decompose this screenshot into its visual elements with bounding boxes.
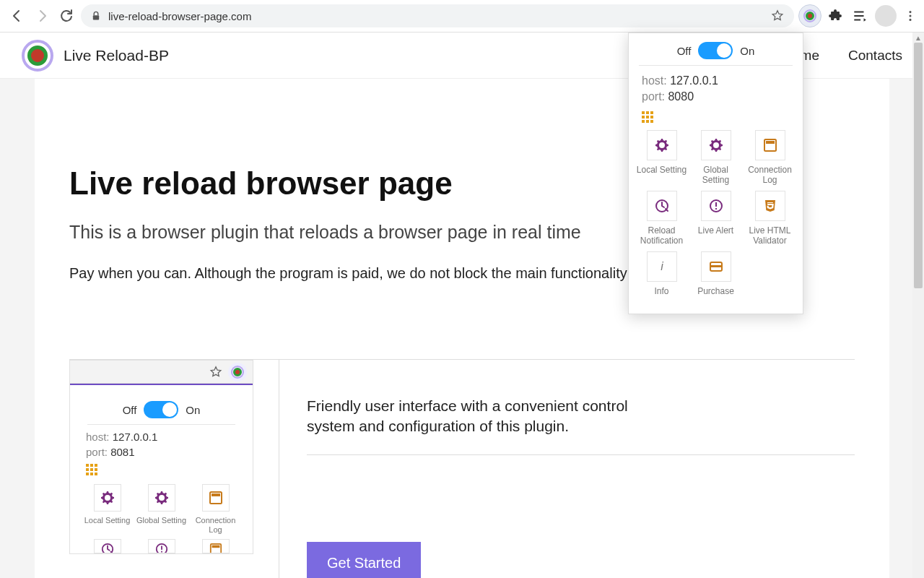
tile-label: Connection Log — [743, 165, 797, 185]
mini-off-label: Off — [123, 404, 137, 416]
mini-star-icon — [209, 366, 222, 379]
scroll-thumb[interactable] — [914, 43, 923, 288]
gear-icon — [94, 484, 121, 512]
reading-list-icon[interactable] — [852, 8, 868, 24]
svg-rect-9 — [93, 15, 99, 20]
tile-label: Reload Notification — [635, 225, 689, 246]
get-started-button[interactable]: Get Started — [307, 542, 421, 578]
tile-label: Local Setting — [637, 165, 687, 185]
mini-ext-icon — [228, 363, 247, 381]
tile-label: Live Alert — [698, 225, 733, 246]
alert-icon — [701, 191, 731, 221]
profile-avatar[interactable] — [875, 5, 897, 27]
html5-icon — [755, 191, 785, 221]
lock-icon — [91, 11, 101, 21]
mini-grid-icon[interactable] — [86, 464, 245, 475]
clock-icon — [647, 191, 677, 221]
scrollbar[interactable]: ▲ — [912, 33, 924, 578]
tile-local-setting[interactable]: Local Setting — [635, 130, 689, 185]
mini-host-value: 127.0.0.1 — [113, 431, 158, 443]
tile-label: Info — [654, 286, 668, 306]
tile-live-alert[interactable]: Live Alert — [689, 191, 743, 246]
tile-global-setting[interactable]: Global Setting — [134, 484, 188, 536]
host-label: host: — [642, 74, 667, 87]
host-value: 127.0.0.1 — [670, 74, 718, 87]
tile-label: Global Setting — [689, 165, 743, 185]
apps-grid-icon[interactable] — [642, 111, 803, 123]
card-icon — [701, 251, 731, 282]
info-icon — [647, 251, 677, 282]
feature-text: Friendly user interface with a convenien… — [307, 396, 653, 437]
svg-point-12 — [909, 19, 911, 21]
mini-port-label: port: — [86, 446, 108, 458]
port-value: 8080 — [668, 90, 694, 103]
tile-label: Global Setting — [136, 516, 186, 536]
brand-name: Live Reload-BP — [64, 47, 169, 64]
url-text: live-reload-browser-page.com — [108, 10, 251, 22]
brand[interactable]: Live Reload-BP — [22, 40, 169, 72]
mini-host-label: host: — [86, 431, 110, 443]
back-button[interactable] — [7, 6, 27, 26]
gear-icon — [647, 130, 677, 160]
tile-info[interactable]: Info — [635, 251, 689, 306]
panel-icon — [755, 130, 785, 160]
menu-icon[interactable] — [904, 9, 917, 22]
popup-on-label: On — [740, 45, 754, 57]
scroll-up-icon[interactable]: ▲ — [912, 33, 924, 43]
extension-popup: Off On host: 127.0.0.1 port: 8080 Local … — [628, 33, 803, 314]
popup-off-label: Off — [677, 45, 692, 57]
forward-button[interactable] — [32, 6, 52, 26]
tile-label: Live HTML Validator — [743, 225, 797, 246]
tile-local-setting[interactable]: Local Setting — [80, 484, 134, 536]
nav-contacts[interactable]: Contacts — [848, 48, 902, 64]
tile-label: Purchase — [697, 286, 734, 306]
tile-label: Connection Log — [188, 516, 243, 536]
gear-icon — [701, 130, 731, 160]
reload-button[interactable] — [56, 6, 77, 26]
svg-point-10 — [909, 11, 911, 13]
gear-icon — [148, 484, 175, 512]
tile-global-setting[interactable]: Global Setting — [689, 130, 743, 185]
bookmark-star-icon[interactable] — [771, 9, 784, 22]
extension-active-icon[interactable] — [798, 4, 821, 27]
clock-icon[interactable] — [94, 539, 121, 553]
alert-icon[interactable] — [148, 539, 175, 553]
tile-connection-log[interactable]: Connection Log — [743, 130, 797, 185]
feature-screenshot: Off On host: 127.0.0.1 port: 8081 Local … — [69, 359, 279, 578]
brand-logo-icon — [22, 40, 53, 72]
mini-on-label: On — [186, 404, 200, 416]
tile-reload-notification[interactable]: Reload Notification — [635, 191, 689, 246]
power-toggle[interactable] — [698, 42, 733, 59]
extensions-icon[interactable] — [829, 8, 845, 24]
tile-live-html-validator[interactable]: Live HTML Validator — [743, 191, 797, 246]
mini-toggle[interactable] — [144, 401, 178, 418]
svg-point-11 — [909, 14, 911, 17]
panel-icon[interactable] — [202, 539, 230, 553]
tile-label: Local Setting — [84, 516, 131, 536]
address-bar[interactable]: live-reload-browser-page.com — [81, 4, 794, 27]
tile-connection-log[interactable]: Connection Log — [188, 484, 243, 536]
tile-purchase[interactable]: Purchase — [689, 251, 743, 306]
panel-icon — [202, 484, 230, 512]
browser-toolbar: live-reload-browser-page.com — [0, 0, 924, 33]
port-label: port: — [642, 90, 665, 103]
mini-port-value: 8081 — [110, 446, 134, 458]
